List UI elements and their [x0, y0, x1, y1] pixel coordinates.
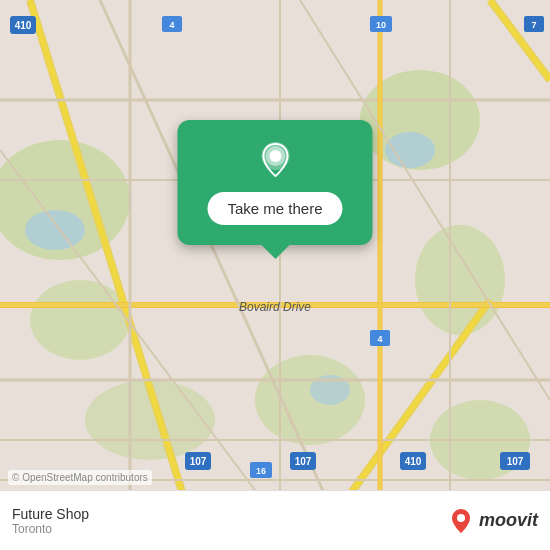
- location-info: Future Shop Toronto: [12, 506, 89, 536]
- svg-text:16: 16: [256, 466, 266, 476]
- map-copyright: © OpenStreetMap contributors: [8, 470, 152, 485]
- moovit-text: moovit: [479, 510, 538, 531]
- svg-text:107: 107: [190, 456, 207, 467]
- svg-point-9: [385, 132, 435, 168]
- svg-point-8: [25, 210, 85, 250]
- location-name: Future Shop: [12, 506, 89, 522]
- svg-text:107: 107: [295, 456, 312, 467]
- svg-text:410: 410: [405, 456, 422, 467]
- bottom-bar: Future Shop Toronto moovit: [0, 490, 550, 550]
- svg-text:107: 107: [507, 456, 524, 467]
- svg-point-4: [415, 225, 505, 335]
- svg-text:410: 410: [15, 20, 32, 31]
- svg-text:7: 7: [531, 20, 536, 30]
- map-background: 410 4 10 7 107 107 410 107 4 16: [0, 0, 550, 550]
- svg-text:4: 4: [377, 334, 382, 344]
- popup-card: Take me there: [177, 120, 372, 245]
- map-container: 410 4 10 7 107 107 410 107 4 16 Bovaird …: [0, 0, 550, 550]
- location-pin-icon: [255, 140, 295, 180]
- moovit-logo: moovit: [447, 507, 538, 535]
- svg-point-2: [30, 280, 130, 360]
- svg-point-55: [457, 514, 465, 522]
- moovit-pin-icon: [447, 507, 475, 535]
- road-label: Bovaird Drive: [239, 300, 311, 314]
- svg-point-54: [269, 150, 281, 162]
- take-me-there-button[interactable]: Take me there: [207, 192, 342, 225]
- svg-text:10: 10: [376, 20, 386, 30]
- svg-text:4: 4: [169, 20, 174, 30]
- location-city: Toronto: [12, 522, 89, 536]
- road-network: 410 4 10 7 107 107 410 107 4 16: [0, 0, 550, 550]
- svg-point-5: [255, 355, 365, 445]
